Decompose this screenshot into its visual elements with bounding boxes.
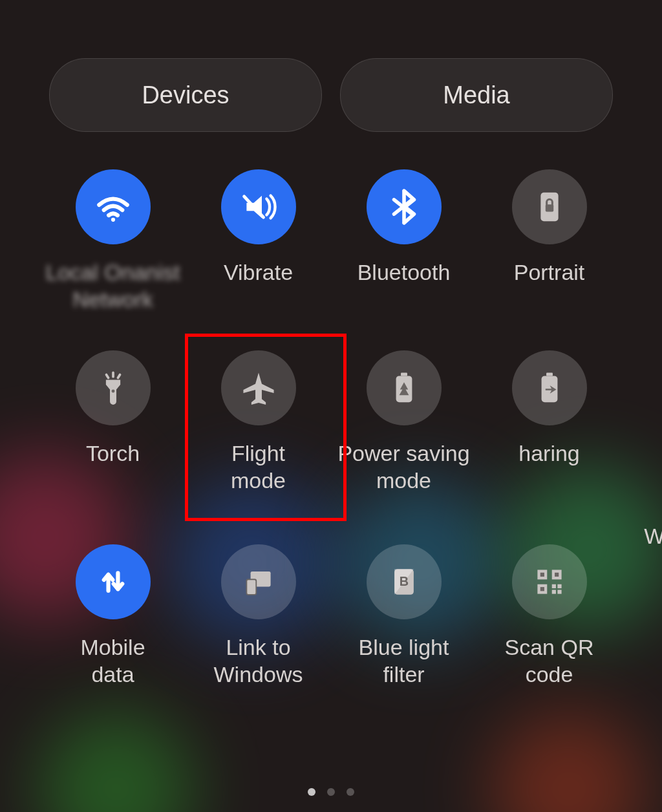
page-indicator bbox=[0, 788, 662, 796]
svg-point-8 bbox=[111, 389, 114, 392]
svg-rect-21 bbox=[551, 584, 555, 588]
tile-label: Local Onanist Network bbox=[46, 259, 180, 313]
svg-rect-26 bbox=[555, 573, 559, 577]
tile-scan-qr[interactable]: Scan QR code bbox=[476, 544, 622, 706]
portrait-lock-icon bbox=[512, 169, 587, 244]
tile-vibrate[interactable]: Vibrate bbox=[186, 169, 331, 331]
tile-link-to-windows[interactable]: Link to Windows bbox=[186, 544, 331, 706]
svg-rect-27 bbox=[540, 587, 544, 591]
tile-wireless-partial[interactable]: Wi bbox=[610, 412, 662, 487]
svg-rect-23 bbox=[551, 590, 555, 593]
devices-label: Devices bbox=[142, 81, 229, 109]
tile-mobile-data[interactable]: Mobile data bbox=[40, 544, 186, 706]
tile-portrait-lock[interactable]: Portrait bbox=[476, 169, 622, 331]
tile-label: Vibrate bbox=[224, 259, 293, 286]
tile-label: Blue light filter bbox=[359, 634, 449, 688]
tile-power-saving[interactable]: Power saving mode bbox=[331, 350, 476, 525]
tile-sharing[interactable]: haring bbox=[476, 350, 622, 525]
svg-line-6 bbox=[106, 375, 108, 378]
svg-line-7 bbox=[118, 375, 120, 378]
tile-label: Torch bbox=[86, 440, 140, 467]
mobile-data-icon bbox=[76, 544, 151, 619]
wifi-icon bbox=[76, 169, 151, 244]
tile-torch[interactable]: Torch bbox=[40, 350, 186, 525]
devices-button[interactable]: Devices bbox=[49, 58, 322, 132]
svg-rect-22 bbox=[557, 584, 561, 588]
vibrate-icon bbox=[221, 169, 296, 244]
tile-label: Wi bbox=[644, 522, 662, 550]
svg-text:B: B bbox=[399, 574, 408, 588]
tile-flight-mode[interactable]: Flight mode bbox=[186, 350, 331, 525]
battery-share-icon bbox=[512, 350, 587, 425]
media-label: Media bbox=[443, 81, 510, 109]
bluetooth-icon bbox=[367, 169, 442, 244]
tile-label: Mobile data bbox=[80, 634, 145, 688]
tile-label: haring bbox=[518, 440, 580, 467]
quick-settings-grid: Local Onanist Network Vibrate Bluetooth bbox=[26, 169, 636, 706]
media-button[interactable]: Media bbox=[340, 58, 613, 132]
svg-rect-4 bbox=[545, 204, 553, 211]
tile-label: Bluetooth bbox=[358, 259, 451, 286]
page-dot[interactable] bbox=[308, 788, 315, 796]
link-windows-icon bbox=[221, 544, 296, 619]
svg-rect-11 bbox=[546, 372, 553, 376]
svg-rect-14 bbox=[246, 579, 256, 595]
tile-bluetooth[interactable]: Bluetooth bbox=[331, 169, 476, 331]
page-dot[interactable] bbox=[327, 788, 335, 796]
tile-blue-light-filter[interactable]: B Blue light filter bbox=[331, 544, 476, 706]
airplane-icon bbox=[221, 350, 296, 425]
svg-point-0 bbox=[111, 218, 114, 222]
blue-light-icon: B bbox=[367, 544, 442, 619]
tile-label: Flight mode bbox=[231, 440, 286, 494]
page-dot[interactable] bbox=[347, 788, 354, 796]
tile-label: Portrait bbox=[514, 259, 585, 286]
tile-wifi[interactable]: Local Onanist Network bbox=[40, 169, 186, 331]
tile-label: Scan QR code bbox=[505, 634, 594, 688]
tile-label: Power saving mode bbox=[337, 440, 469, 494]
battery-recycle-icon bbox=[367, 350, 442, 425]
svg-rect-25 bbox=[540, 573, 544, 577]
qr-icon bbox=[512, 544, 587, 619]
svg-rect-24 bbox=[557, 590, 561, 593]
tile-label: Link to Windows bbox=[214, 634, 303, 688]
svg-rect-9 bbox=[401, 372, 407, 376]
torch-icon bbox=[76, 350, 151, 425]
